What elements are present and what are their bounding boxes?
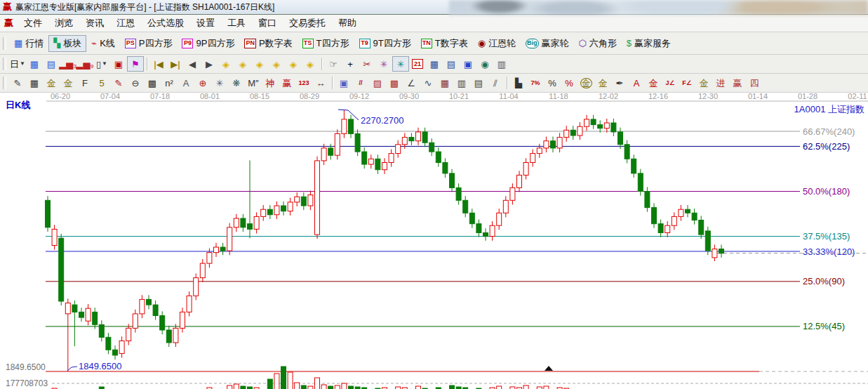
mini-chart-9-icon: ▂▅₉: [76, 60, 93, 69]
tool-icon-f-angle[interactable]: F∠: [679, 75, 695, 91]
symbol-label: 1A0001 上证指数: [794, 104, 864, 114]
tool-icon-a-wave[interactable]: A: [628, 75, 645, 91]
toolbar-button-kline[interactable]: ⌁K线: [86, 35, 120, 52]
toolbar-button-sectors[interactable]: ▚板块: [48, 35, 86, 52]
tool-icon-n-squared[interactable]: n²: [161, 75, 178, 91]
tool-icon-pencil[interactable]: ✎: [9, 75, 26, 91]
tool-icon-zoom-h-shrink[interactable]: ◈: [268, 56, 285, 72]
tool-icon-ink-pen[interactable]: ✒: [611, 75, 628, 91]
tool-icon-hash-grid[interactable]: ▦: [26, 75, 43, 91]
toolbar-button-gann-wheel[interactable]: ◉江恩轮: [473, 35, 521, 52]
tool-icon-nav-last[interactable]: ▶|: [167, 56, 184, 72]
tool-icon-ying-angle[interactable]: 赢: [729, 75, 746, 91]
tool-icon-web-dense[interactable]: ❋: [228, 75, 245, 91]
tool-icon-grid-shade-b[interactable]: ▩: [386, 75, 403, 91]
tool-icon-gold-line[interactable]: 金: [594, 75, 611, 91]
tool-icon-nav-prev[interactable]: ◀: [184, 56, 201, 72]
tool-icon-gold-gate-b[interactable]: 金: [60, 75, 76, 91]
tool-icon-a-guide[interactable]: A: [178, 75, 194, 91]
toolbar-button-quotes[interactable]: ▦行情: [9, 35, 48, 52]
toolbar-button-winner-wheel[interactable]: Big赢家轮: [521, 35, 574, 52]
tool-icon-box-select[interactable]: ▣: [335, 75, 352, 91]
tool-icon-notes[interactable]: ▤: [443, 56, 460, 72]
toolbar-button-t-number-table[interactable]: TNT数字表: [416, 35, 473, 52]
menu-item-tools[interactable]: 工具: [221, 15, 252, 31]
tool-icon-grid-rows[interactable]: ▤: [470, 75, 487, 91]
tool-icon-save[interactable]: ▣: [460, 56, 476, 72]
tool-icon-nav-next[interactable]: ▶: [201, 56, 218, 72]
menu-item-browse[interactable]: 浏览: [48, 15, 79, 31]
tool-icon-shen-tool[interactable]: 神: [262, 75, 279, 91]
tool-icon-gold-gate-a[interactable]: 金: [43, 75, 60, 91]
menu-item-news[interactable]: 资讯: [79, 15, 110, 31]
tool-icon-grid-shade-a[interactable]: ▨: [369, 75, 386, 91]
tool-icon-pencil-red[interactable]: ✎: [110, 75, 127, 91]
toolbar-button-winner-service[interactable]: $赢家服务: [622, 35, 676, 52]
tool-icon-ruler-123[interactable]: 123: [295, 75, 312, 91]
tool-icon-grid-plain[interactable]: ▥: [453, 75, 470, 91]
tool-icon-gold-angle[interactable]: 金: [695, 75, 712, 91]
tool-icon-ying-tool[interactable]: 赢: [279, 75, 295, 91]
tool-icon-print[interactable]: ▥: [493, 56, 510, 72]
menu-item-file[interactable]: 文件: [18, 15, 48, 31]
tool-icon-jin-angle[interactable]: 进: [712, 75, 729, 91]
menu-item-gann[interactable]: 江恩: [110, 15, 141, 31]
tool-icon-cut-line[interactable]: ✂: [359, 56, 375, 72]
menu-item-help[interactable]: 帮助: [332, 15, 363, 31]
tool-icon-window-layout[interactable]: ▦: [26, 56, 43, 72]
tool-icon-percent[interactable]: %: [544, 75, 561, 91]
menu-item-window[interactable]: 窗口: [252, 15, 283, 31]
tool-icon-gold-red[interactable]: 金: [645, 75, 662, 91]
menu-item-trade-order[interactable]: 交易委托: [283, 15, 332, 31]
tool-icon-zoom-v-expand[interactable]: ◈: [302, 56, 319, 72]
toolbar-button-p-square[interactable]: PSP四方形: [120, 35, 178, 52]
tool-icon-calculator[interactable]: ▦: [426, 56, 443, 72]
tool-icon-compass[interactable]: ⊕: [194, 75, 211, 91]
tool-icon-zoom-left[interactable]: ◈: [218, 56, 234, 72]
tool-icon-calendar[interactable]: 21: [409, 56, 426, 72]
tool-icon-percent-7[interactable]: 7%: [527, 75, 544, 91]
tool-icon-angle-line[interactable]: ∠: [403, 75, 420, 91]
tool-icon-period-day[interactable]: 日▼: [9, 56, 26, 72]
tool-icon-fan-lines[interactable]: //: [352, 75, 369, 91]
tool-icon-dense-grid[interactable]: ▩: [144, 75, 161, 91]
tool-icon-hand-tool[interactable]: ☞: [325, 56, 342, 72]
tool-icon-color-chart[interactable]: ⚑: [127, 56, 144, 72]
tool-icon-percent-5[interactable]: %: [561, 75, 577, 91]
toolbar-button-9p-square[interactable]: P99P四方形: [177, 35, 239, 52]
tool-icon-width-arrow[interactable]: ↔: [312, 75, 329, 91]
kline-chart-canvas[interactable]: 06-2007-0407-1808-0108-1508-2909-1209-30…: [0, 93, 868, 389]
tool-icon-zoom-v-shrink[interactable]: ◈: [285, 56, 302, 72]
tool-icon-grid-fine[interactable]: ▦: [436, 75, 453, 91]
tool-icon-web-fine[interactable]: ✳: [211, 75, 228, 91]
tool-icon-zoom-h-expand[interactable]: ◈: [251, 56, 268, 72]
tool-icon-nav-first[interactable]: |◀: [150, 56, 167, 72]
tool-icon-step-gauge[interactable]: ▙: [510, 75, 527, 91]
tool-icon-slash-lines[interactable]: ⫽: [487, 75, 504, 91]
tool-icon-crosshair[interactable]: +: [342, 56, 359, 72]
menu-item-settings[interactable]: 设置: [190, 15, 221, 31]
toolbar-button-t-square[interactable]: TST四方形: [298, 35, 354, 52]
tool-icon-wave-line[interactable]: ∿: [420, 75, 436, 91]
tool-icon-web-tool[interactable]: ✳: [392, 56, 409, 72]
tool-icon-info-panel[interactable]: ▤: [43, 56, 60, 72]
tool-icon-purple-tool[interactable]: ✳: [375, 56, 392, 72]
tool-icon-circle-candle[interactable]: ⊖: [127, 75, 144, 91]
tool-icon-five-spiral[interactable]: 5: [93, 75, 110, 91]
tool-icon-mini-chart-3[interactable]: ▂▅₃: [60, 56, 76, 72]
tool-icon-four-angle[interactable]: 四: [746, 75, 763, 91]
tool-icon-f-ruler[interactable]: F: [76, 75, 93, 91]
toolbar-button-p-number-table[interactable]: PNP数字表: [239, 35, 297, 52]
tool-icon-j-angle[interactable]: J∠: [662, 75, 679, 91]
tool-icon-red-band[interactable]: ▣: [110, 56, 127, 72]
tool-icon-m-double[interactable]: M″: [245, 75, 262, 91]
menu-item-formula-stock-pick[interactable]: 公式选股: [141, 15, 190, 31]
toolbar-button-hexagon[interactable]: ⬡六角形: [574, 35, 622, 52]
tool-icon-zoom-right[interactable]: ◈: [234, 56, 251, 72]
tool-icon-mini-chart-9[interactable]: ▂▅₉: [76, 56, 93, 72]
tool-icon-gold-circle[interactable]: 金: [577, 75, 594, 91]
tool-icon-export-globe[interactable]: ◉: [476, 56, 493, 72]
tool-icon-candle-style[interactable]: ▯▼: [93, 56, 110, 72]
toolbar-button-9t-square[interactable]: T99T四方形: [354, 35, 416, 52]
chart-plot-area[interactable]: [46, 103, 800, 389]
